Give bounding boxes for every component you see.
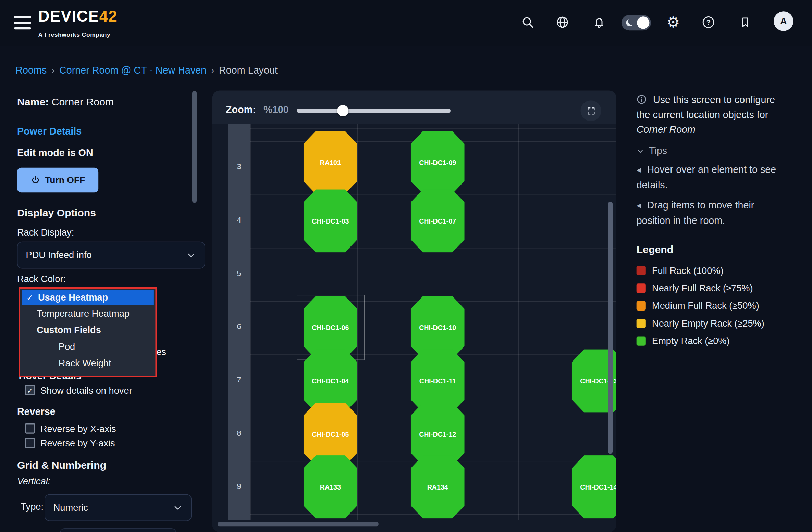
tips-toggle-label: Tips — [649, 145, 667, 157]
menu-item-rack-weight[interactable]: Rack Weight — [20, 355, 156, 371]
rack-chi-dc1-03[interactable]: CHI-DC1-03 — [304, 189, 357, 252]
breadcrumb: Rooms›Corner Room @ CT - New Haven›Room … — [15, 65, 282, 76]
zoom-slider[interactable] — [297, 109, 451, 113]
info-icon — [637, 94, 647, 104]
legend-label: Nearly Empty Rack (≥25%) — [652, 318, 764, 329]
rack-ra134[interactable]: RA134 — [411, 455, 465, 518]
legend-item-5: Empty Rack (≥0%) — [637, 332, 798, 350]
legend-label: Empty Rack (≥0%) — [652, 335, 730, 346]
globe-icon-button[interactable] — [556, 15, 569, 29]
rack-display-select[interactable]: PDU Infeed info — [17, 242, 205, 269]
rack-color-label: Rack Color: — [17, 274, 66, 285]
legend-item-2: Nearly Full Rack (≥75%) — [637, 279, 798, 297]
chevron-down-icon — [172, 503, 183, 513]
rack-label: RA134 — [427, 483, 448, 491]
rack-label: CHI-DC1-14 — [580, 483, 616, 491]
brand-logo-text: DEVICE42 — [38, 8, 118, 25]
rack-color-menu-box: ✓Usage HeatmapTemperature HeatmapCustom … — [19, 287, 157, 377]
rack-label: CHI-DC1-05 — [312, 430, 349, 438]
name-label: Name: — [17, 96, 49, 107]
info-note: Use this screen to configure the current… — [637, 92, 798, 137]
brand-logo: DEVICE42 A Freshworks Company — [38, 8, 118, 43]
menu-item-custom-fields[interactable]: Custom Fields — [20, 322, 156, 338]
room-layout-canvas: Zoom: %100 3456789 RA101CHI-DC1-09CHI-DC… — [212, 91, 616, 532]
globe-icon — [556, 15, 569, 29]
power-details-link[interactable]: Power Details — [17, 126, 82, 137]
show-details-checkbox[interactable] — [25, 385, 35, 395]
rack-label: CHI-DC1-11 — [419, 377, 456, 385]
row-number-4: 4 — [228, 215, 250, 224]
tips-list: ◀Hover over an element to seedetails.◀Dr… — [637, 162, 798, 228]
zoom-slider-handle[interactable] — [337, 105, 348, 116]
settings-gear-button[interactable]: ⚙ — [665, 14, 681, 30]
info-line-2: the current location objects for — [637, 109, 768, 120]
menu-item-temperature-heatmap[interactable]: Temperature Heatmap — [20, 305, 156, 322]
reverse-heading: Reverse — [17, 406, 56, 418]
turn-off-label: Turn OFF — [45, 175, 85, 186]
row-number-6: 6 — [228, 322, 250, 331]
bell-icon — [592, 15, 606, 29]
reverse-y-label: Reverse by Y-axis — [40, 438, 115, 449]
rack-chi-dc1-07[interactable]: CHI-DC1-07 — [411, 189, 465, 252]
zoom-label: Zoom: — [226, 104, 256, 115]
bell-icon-button[interactable] — [592, 15, 606, 29]
rack-ra133[interactable]: RA133 — [304, 455, 357, 518]
info-emphasis: Corner Room — [637, 124, 696, 135]
row-number-9: 9 — [228, 482, 250, 491]
legend-swatch — [637, 283, 646, 293]
canvas-horizontal-scrollbar[interactable] — [218, 522, 379, 526]
canvas-vertical-scrollbar[interactable] — [608, 202, 613, 454]
fullscreen-button[interactable] — [580, 100, 601, 121]
help-icon-button[interactable]: ? — [702, 15, 715, 29]
bookmark-icon-button[interactable] — [738, 15, 752, 29]
rack-ra101[interactable]: RA101 — [304, 131, 357, 194]
breadcrumb-item-room-layout: Room Layout — [219, 65, 278, 76]
reverse-x-checkbox[interactable] — [25, 423, 35, 433]
app-root: DEVICE42 A Freshworks Company ⚙ ? A Room… — [0, 0, 812, 532]
turn-off-button[interactable]: Turn OFF — [17, 168, 98, 193]
menu-item-label: Rack Weight — [59, 358, 111, 369]
display-options-heading: Display Options — [17, 207, 96, 219]
menu-item-usage-heatmap[interactable]: ✓Usage Heatmap — [22, 290, 153, 305]
menu-item-pod[interactable]: Pod — [20, 339, 156, 355]
row-number-7: 7 — [228, 375, 250, 384]
tip-1: ◀Hover over an element to seedetails. — [637, 162, 798, 192]
breadcrumb-item-corner-room-ct-new-haven[interactable]: Corner Room @ CT - New Haven — [59, 65, 206, 76]
type-select[interactable]: Numeric — [45, 494, 192, 521]
rack-label: CHI-DC1-12 — [419, 430, 456, 438]
row-number-5: 5 — [228, 268, 250, 277]
type-value: Numeric — [53, 502, 88, 513]
rack-label: CHI-DC1-09 — [419, 159, 456, 166]
toggle-knob — [637, 16, 649, 29]
rack-label: CHI-DC1-04 — [312, 377, 349, 385]
hamburger-menu-button[interactable] — [14, 16, 31, 29]
sidebar-scrollbar[interactable] — [192, 91, 197, 203]
vertical-label: Vertical: — [17, 476, 50, 487]
legend-swatch — [637, 319, 646, 328]
tips-toggle[interactable]: Tips — [637, 145, 798, 157]
row-number-strip: 3456789 — [228, 124, 250, 520]
search-icon — [521, 15, 534, 29]
edit-mode-status: Edit mode is ON — [17, 148, 93, 159]
triangle-bullet-icon: ◀ — [637, 167, 641, 173]
rack-chi-dc1-09[interactable]: CHI-DC1-09 — [411, 131, 465, 194]
legend-item-4: Nearly Empty Rack (≥25%) — [637, 315, 798, 332]
legend-label: Medium Full Rack (≥50%) — [652, 300, 759, 311]
breadcrumb-separator: › — [211, 65, 214, 76]
legend-list: Full Rack (100%)Nearly Full Rack (≥75%)M… — [637, 262, 798, 350]
dark-mode-toggle[interactable] — [622, 15, 651, 30]
partial-bottom-box[interactable] — [60, 528, 177, 532]
rack-label: CHI-DC1-10 — [419, 324, 456, 331]
search-icon-button[interactable] — [521, 15, 534, 29]
menu-item-label: Temperature Heatmap — [37, 308, 130, 319]
legend-item-1: Full Rack (100%) — [637, 262, 798, 279]
name-value: Corner Room — [52, 96, 114, 107]
triangle-bullet-icon: ◀ — [637, 202, 641, 208]
info-line-1: Use this screen to configure — [653, 94, 775, 105]
rack-chi-dc1-14[interactable]: CHI-DC1-14 — [572, 455, 616, 518]
breadcrumb-item-rooms[interactable]: Rooms — [15, 65, 47, 76]
rack-display-label: Rack Display: — [17, 227, 74, 238]
user-avatar[interactable]: A — [774, 11, 793, 31]
bookmark-icon — [739, 15, 751, 29]
reverse-y-checkbox[interactable] — [25, 438, 35, 448]
